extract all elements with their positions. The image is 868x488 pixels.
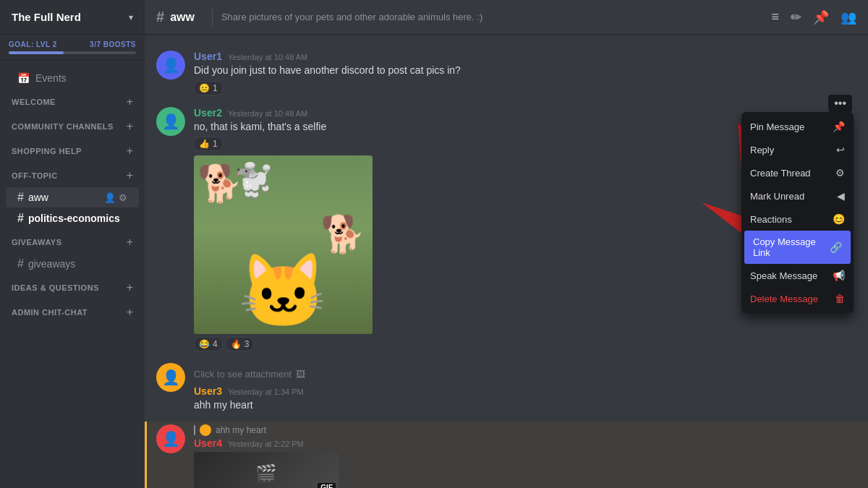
sidebar-item-giveaways[interactable]: # giveaways (6, 254, 139, 274)
sidebar-nav: 📅 Events WELCOME + COMMUNITY CHANNELS + (0, 61, 145, 488)
section-header-ideas[interactable]: IDEAS & QUESTIONS + (0, 277, 145, 299)
reactions-label: Reactions (750, 214, 792, 225)
context-pin-message[interactable]: Pin Message 📌 (741, 115, 854, 138)
reaction-count: 1 (213, 83, 218, 93)
section-label-admin: ADMIN CHIT-CHAT (12, 308, 88, 317)
reaction-icon: 😊 (833, 213, 845, 225)
settings-icon[interactable]: ⚙ (119, 192, 127, 203)
add-channel-admin-icon[interactable]: + (127, 306, 133, 319)
app-container: The Full Nerd ▾ GOAL: LVL 2 3/7 Boosts 📅… (0, 0, 868, 488)
mark-unread-label: Mark Unread (750, 191, 804, 202)
message-time: Yesterday at 2:22 PM (228, 440, 304, 448)
threads-icon[interactable]: ≡ (771, 9, 779, 25)
context-reactions[interactable]: Reactions 😊 (741, 207, 854, 231)
message-row: 👤 User1 Yesterday at 10:48 AM Did you jo… (145, 48, 868, 98)
sidebar-item-aww[interactable]: # aww 👤 ⚙ (6, 187, 139, 207)
attachment-text: Click to see attachment (194, 369, 292, 380)
message-image[interactable]: 🐕 🐩 🐱 🐕 (194, 155, 373, 334)
add-member-icon[interactable]: 👤 (104, 192, 116, 203)
add-channel-offtopic-icon[interactable]: + (127, 169, 133, 182)
reaction-emoji: 😐 (199, 83, 210, 93)
section-giveaways: GIVEAWAYS + # giveaways (0, 231, 145, 274)
attachment-notice[interactable]: Click to see attachment 🖼 (194, 363, 856, 385)
context-mark-unread[interactable]: Mark Unread ◀ (741, 184, 854, 207)
add-channel-giveaways-icon[interactable]: + (127, 236, 133, 249)
section-label-ideas: IDEAS & QUESTIONS (12, 283, 99, 292)
reply-avatar (200, 424, 211, 436)
add-channel-shopping-icon[interactable]: + (127, 145, 133, 158)
pin-icon: 📌 (833, 121, 845, 132)
avatar: 👤 (156, 107, 185, 136)
section-ideas: IDEAS & QUESTIONS + (0, 277, 145, 299)
channel-label-politics: politics-economics (28, 213, 120, 224)
section-header-admin[interactable]: ADMIN CHIT-CHAT + (0, 301, 145, 323)
reply-bar-icon (194, 425, 195, 435)
image-icon: 🖼 (296, 369, 305, 380)
section-offtopic: OFF-TOPIC + # aww 👤 ⚙ # politics-economi… (0, 165, 145, 228)
delete-icon: 🗑 (835, 293, 845, 304)
reaction-emoji: 🔥 (231, 339, 242, 349)
add-channel-ideas-icon[interactable]: + (127, 281, 133, 294)
boost-bar[interactable]: GOAL: LVL 2 3/7 Boosts (0, 35, 145, 61)
context-speak[interactable]: Speak Message 📢 (741, 264, 854, 287)
context-menu: ••• Pin Message 📌 Reply ↩ Create Thread … (741, 112, 854, 313)
delete-label: Delete Message (750, 294, 818, 304)
hash-icon-politics: # (17, 212, 24, 225)
section-label-welcome: WELCOME (12, 98, 56, 106)
message-time: Yesterday at 10:48 AM (228, 109, 307, 118)
section-header-community[interactable]: COMMUNITY CHANNELS + (0, 116, 145, 137)
message-content: ahh my heart User4 Yesterday at 2:22 PM … (194, 424, 856, 488)
context-delete[interactable]: Delete Message 🗑 (741, 287, 854, 310)
add-channel-welcome-icon[interactable]: + (127, 95, 133, 108)
context-copy-link[interactable]: Copy Message Link 🔗 (744, 231, 851, 264)
server-header[interactable]: The Full Nerd ▾ (0, 0, 145, 35)
dog2-icon: 🐩 (234, 161, 274, 200)
reaction-laugh[interactable]: 😂 4 (194, 337, 223, 351)
section-label-shopping: SHOPPING HELP (12, 147, 82, 155)
context-create-thread[interactable]: Create Thread ⚙ (741, 161, 854, 184)
message-text: Did you join just to have another discor… (194, 64, 856, 78)
speak-icon: 📢 (833, 270, 845, 281)
link-icon: 🔗 (830, 241, 842, 253)
gif-content: 🎬 (194, 452, 339, 488)
reaction-fire[interactable]: 🔥 3 (226, 337, 255, 351)
more-options-button[interactable]: ••• (828, 95, 852, 112)
edit-icon[interactable]: ✏ (791, 9, 801, 25)
pin-icon[interactable]: 📌 (813, 9, 829, 25)
reaction-count: 1 (213, 139, 218, 149)
section-community: COMMUNITY CHANNELS + (0, 116, 145, 137)
members-icon[interactable]: 👥 (841, 9, 856, 25)
reactions: 😐 1 (194, 81, 856, 95)
section-header-shopping[interactable]: SHOPPING HELP + (0, 140, 145, 162)
speak-label: Speak Message (750, 270, 817, 281)
events-label: Events (35, 72, 67, 84)
context-reply[interactable]: Reply ↩ (741, 138, 854, 161)
channel-header-name: aww (170, 11, 195, 24)
section-header-giveaways[interactable]: GIVEAWAYS + (0, 231, 145, 253)
image-reactions: 😂 4 🔥 3 (194, 337, 856, 351)
reply-text: ahh my heart (216, 425, 266, 435)
add-channel-community-icon[interactable]: + (127, 120, 133, 133)
section-header-offtopic[interactable]: OFF-TOPIC + (0, 165, 145, 187)
gif-thumbnail[interactable]: 🎬 GIF (194, 452, 339, 488)
reaction-emoji: 👍 (199, 139, 210, 149)
channel-label-aww: aww (28, 192, 48, 203)
sidebar-item-events[interactable]: 📅 Events (6, 68, 139, 88)
sidebar-item-politics[interactable]: # politics-economics (6, 208, 139, 228)
avatar: 👤 (156, 51, 185, 80)
message-row: 👤 Click to see attachment 🖼 User3 Yester… (145, 360, 868, 416)
section-header-welcome[interactable]: WELCOME + (0, 91, 145, 113)
reaction-item[interactable]: 😐 1 (194, 81, 223, 95)
thread-icon: ⚙ (835, 167, 845, 179)
section-welcome: WELCOME + (0, 91, 145, 113)
avatar: 👤 (156, 363, 185, 392)
hash-icon: # (17, 191, 24, 204)
boost-progress-bar (9, 51, 136, 54)
unread-icon: ◀ (837, 190, 845, 202)
header-icons: ≡ ✏ 📌 👥 (771, 9, 856, 25)
reply-icon: ↩ (836, 144, 845, 155)
reaction-item[interactable]: 👍 1 (194, 137, 223, 151)
boost-progress: 3/7 Boosts (90, 40, 136, 48)
section-label-community: COMMUNITY CHANNELS (12, 122, 114, 131)
sidebar: The Full Nerd ▾ GOAL: LVL 2 3/7 Boosts 📅… (0, 0, 145, 488)
